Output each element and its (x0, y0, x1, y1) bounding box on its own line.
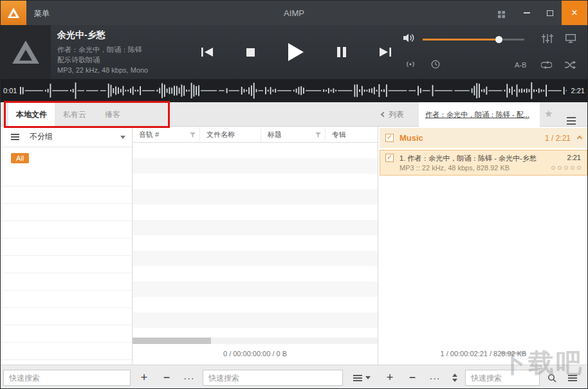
playlist-item-selected[interactable]: 1. 作者：余光中，朗诵：陈铎 - 余光中-乡愁 2:21 MP3 :: 22 … (380, 150, 587, 176)
track-artist: 作者：余光中，朗诵：陈铎 (57, 44, 148, 55)
aimp-window: 菜单 AIMP × 余光中-乡愁 作者：余光中，朗诵：陈铎 配乐诗歌朗诵 MP3… (0, 0, 588, 389)
grouping-selector[interactable]: 不分组 (1, 127, 132, 147)
bookmark-star-icon[interactable]: ★ (544, 108, 553, 120)
table-row (133, 297, 378, 312)
equalizer-icon[interactable] (542, 34, 553, 45)
transport-controls (201, 25, 391, 79)
library-menu-icon[interactable] (11, 132, 19, 141)
volume-slider[interactable] (423, 39, 524, 41)
chevron-up-icon[interactable] (577, 136, 582, 141)
playlist-menu-icon[interactable] (565, 110, 577, 127)
sort-button[interactable] (348, 368, 375, 387)
ab-repeat-button[interactable]: A-B (515, 61, 526, 69)
shuffle-icon[interactable] (565, 61, 576, 71)
search-icon[interactable] (542, 368, 562, 387)
left-row (1, 169, 132, 186)
track-note: 配乐诗歌朗诵 (57, 55, 148, 65)
hamburger-icon (568, 377, 577, 379)
filter-all-badge[interactable]: All (11, 153, 29, 163)
track-info: 余光中-乡愁 作者：余光中，朗诵：陈铎 配乐诗歌朗诵 MP3, 22 kHz, … (57, 30, 148, 75)
library-list (1, 169, 132, 365)
hamburger-icon (11, 136, 19, 138)
checkbox-checked-icon[interactable] (385, 134, 394, 142)
grouping-label: 不分组 (30, 131, 53, 142)
waveform-graphic (20, 82, 567, 100)
column-album[interactable]: 专辑 (326, 127, 378, 142)
bottom-toolbar: + − ··· + − ··· (1, 365, 587, 389)
hamburger-icon (353, 377, 362, 379)
playlist-search-input[interactable] (465, 370, 540, 386)
playlist-item-title: 1. 作者：余光中，朗诵：陈铎 - 余光中-乡愁 (400, 154, 555, 163)
table-row (133, 174, 378, 189)
playlist-item-details: MP3 :: 22 kHz, 48 kbps, 828.92 KB (400, 164, 510, 172)
move-up-down-spinner[interactable] (448, 368, 462, 387)
table-row (133, 282, 378, 297)
add-button[interactable]: + (134, 368, 154, 387)
library-search-input[interactable] (3, 370, 131, 386)
tab-podcast[interactable]: 播客 (95, 102, 131, 127)
next-button[interactable] (380, 48, 391, 57)
chevron-down-icon (365, 376, 371, 379)
maximize-button[interactable] (538, 1, 562, 25)
stop-button[interactable] (246, 48, 255, 57)
maximize-icon (547, 10, 553, 16)
column-track-number[interactable]: 音轨 # (133, 127, 200, 142)
volume-fill (423, 39, 499, 41)
left-row (1, 308, 132, 325)
filter-funnel-icon[interactable] (190, 132, 196, 140)
column-label: 文件名称 (207, 130, 235, 140)
filter-funnel-icon[interactable] (315, 132, 321, 140)
playlist-panel: Music 1 / 2:21 1. 作者：余光中，朗诵：陈铎 - 余光中-乡愁 … (378, 127, 588, 365)
album-art (1, 25, 51, 79)
more-options-button[interactable]: ··· (179, 368, 199, 387)
player-panel: 余光中-乡愁 作者：余光中，朗诵：陈铎 配乐诗歌朗诵 MP3, 22 kHz, … (1, 25, 587, 79)
minimize-button[interactable] (515, 1, 538, 25)
speaker-icon[interactable] (403, 33, 415, 45)
horizontal-scrollbar[interactable] (133, 338, 378, 344)
table-row (133, 251, 378, 266)
remove-button[interactable]: − (157, 368, 176, 387)
track-format: MP3, 22 kHz, 48 kbps, Mono (57, 65, 148, 75)
tab-local-files[interactable]: 本地文件 (8, 102, 55, 127)
panels-grid-icon[interactable] (498, 9, 505, 21)
broadcast-icon[interactable] (405, 60, 416, 70)
playlist-options-menu-icon[interactable] (563, 368, 582, 387)
pause-button[interactable] (337, 47, 346, 57)
close-button[interactable]: × (562, 1, 587, 25)
volume-control (403, 34, 524, 44)
playlist-more-button[interactable]: ··· (425, 368, 445, 387)
column-file-name[interactable]: 文件名称 (200, 127, 261, 142)
playlist-item-duration: 2:21 (567, 154, 581, 161)
playlist-add-button[interactable]: + (380, 368, 400, 387)
playlist-tab-active[interactable]: 作者：余光中，朗诵：陈铎 - 配... (419, 102, 540, 127)
playlist-status-text: 1 / 00:00:02:21 / 828.92 KB (378, 350, 588, 357)
chevron-left-icon (381, 112, 386, 117)
table-status-text: 0 / 00:00:00:00 / 0 B (133, 350, 378, 357)
volume-knob[interactable] (495, 36, 502, 43)
playlist-list-button[interactable]: 列表 (381, 102, 404, 127)
column-label: 音轨 # (139, 130, 159, 140)
chevron-up-icon (452, 374, 457, 377)
checkbox-checked-icon[interactable] (385, 154, 394, 162)
visualization-monitor-icon[interactable] (565, 34, 576, 45)
play-button[interactable] (288, 43, 304, 61)
table-search-input[interactable] (203, 370, 343, 386)
chevron-down-icon (120, 136, 125, 139)
left-row (1, 204, 132, 221)
table-row (133, 189, 378, 204)
table-row (133, 220, 378, 235)
playlist-group-header[interactable]: Music 1 / 2:21 (380, 128, 587, 148)
titlebar: 菜单 AIMP × (1, 1, 587, 25)
column-title[interactable]: 标题 (261, 127, 326, 142)
chevron-down-icon (452, 379, 457, 382)
scrollbar-thumb[interactable] (133, 338, 211, 344)
seek-waveform[interactable]: 0:01 2:21 (1, 79, 587, 102)
playlist-remove-button[interactable]: − (403, 368, 422, 387)
repeat-icon[interactable] (541, 61, 552, 71)
tab-private-cloud[interactable]: 私有云 (55, 102, 95, 127)
previous-button[interactable] (201, 48, 213, 57)
minimize-icon (524, 12, 530, 14)
sleep-timer-clock-icon[interactable] (431, 60, 440, 71)
rating-dots-icon[interactable] (551, 166, 581, 170)
track-table-panel: 音轨 # 文件名称 标题 专辑 0 / 00:00:00:00 / 0 B (133, 127, 378, 365)
